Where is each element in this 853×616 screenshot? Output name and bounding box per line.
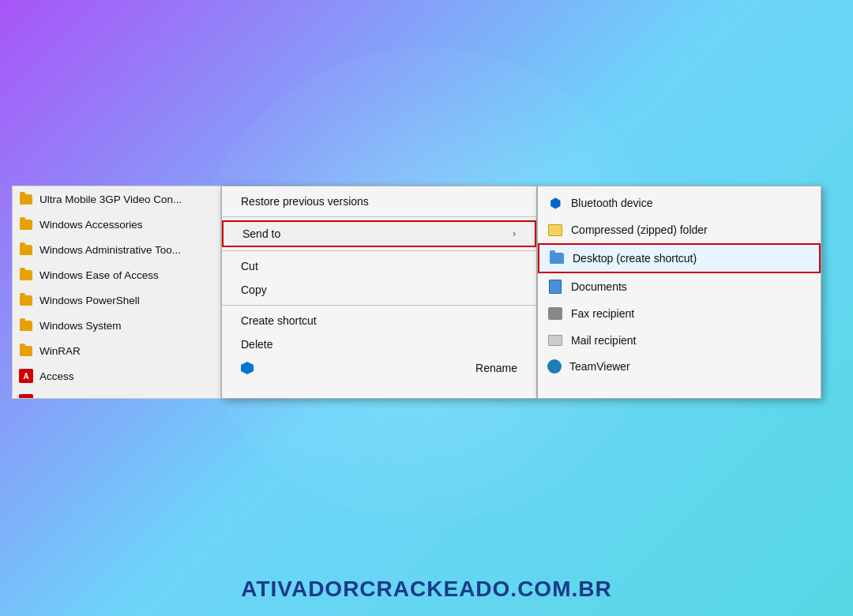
desktop-shortcut-submenu-item[interactable]: Desktop (create shortcut)	[538, 243, 821, 273]
list-item[interactable]: Windows Administrative Too...	[13, 237, 220, 262]
submenu: ⬢ Bluetooth device Compressed (zipped) f…	[537, 186, 821, 399]
desktop-folder-icon	[549, 250, 565, 266]
list-item[interactable]: WinRAR	[13, 338, 220, 363]
list-item[interactable]: Windows Accessories	[13, 212, 220, 237]
app-label: WinRAR	[39, 345, 81, 357]
teamviewer-icon	[547, 359, 562, 374]
fax-icon	[547, 306, 563, 321]
folder-icon	[19, 242, 33, 257]
screenshot-area: Ultra Mobile 3GP Video Con... Windows Ac…	[12, 186, 841, 399]
list-item[interactable]: Windows System	[13, 313, 220, 338]
app-label: Ultra Mobile 3GP Video Con...	[39, 193, 182, 205]
shield-icon	[241, 362, 254, 374]
access-icon: A	[19, 369, 33, 383]
separator	[222, 216, 536, 217]
send-to-menu-item[interactable]: Send to ›	[222, 220, 536, 247]
app-label: Windows Accessories	[39, 219, 143, 231]
restore-previous-versions[interactable]: Restore previous versions	[222, 190, 536, 213]
app-label: Access	[39, 370, 74, 382]
delete-menu-item[interactable]: Delete	[222, 332, 536, 356]
mail-recipient-submenu-item[interactable]: Mail recipient	[538, 327, 821, 354]
folder-icon	[19, 293, 33, 307]
zip-folder-icon	[547, 222, 563, 238]
app-label: Windows Administrative Too...	[39, 244, 181, 256]
folder-icon	[19, 268, 33, 282]
mail-icon	[547, 332, 563, 348]
list-item[interactable]: Ai Adobe Creative Cloud	[13, 389, 220, 399]
separator	[222, 305, 536, 306]
separator	[222, 250, 536, 251]
bluetooth-icon: ⬢	[547, 195, 563, 211]
app-label: Windows PowerShell	[39, 295, 140, 306]
folder-icon	[19, 217, 33, 231]
documents-submenu-item[interactable]: Documents	[538, 273, 821, 300]
adobe-icon: Ai	[19, 394, 33, 399]
app-label: Adobe Creative Cloud	[39, 396, 144, 400]
fax-recipient-submenu-item[interactable]: Fax recipient	[538, 300, 821, 327]
compressed-folder-submenu-item[interactable]: Compressed (zipped) folder	[538, 216, 821, 243]
create-shortcut-menu-item[interactable]: Create shortcut	[222, 309, 536, 332]
documents-icon	[547, 279, 563, 295]
list-item[interactable]: Windows Ease of Access	[13, 262, 220, 287]
folder-icon	[19, 318, 33, 332]
list-item[interactable]: A Access	[13, 363, 220, 389]
context-menu: Restore previous versions Send to › Cut …	[221, 186, 537, 399]
folder-icon	[19, 344, 33, 358]
teamviewer-submenu-item[interactable]: TeamViewer	[538, 354, 821, 379]
app-list: Ultra Mobile 3GP Video Con... Windows Ac…	[12, 186, 221, 399]
app-label: Windows System	[39, 320, 122, 332]
copy-menu-item[interactable]: Copy	[222, 278, 536, 302]
folder-icon	[19, 192, 33, 206]
app-label: Windows Ease of Access	[39, 269, 159, 281]
rename-menu-item[interactable]: Rename	[222, 356, 536, 380]
watermark: ATIVADORCRACKEADO.COM.BR	[241, 577, 611, 602]
bluetooth-submenu-item[interactable]: ⬢ Bluetooth device	[538, 190, 821, 216]
list-item[interactable]: Ultra Mobile 3GP Video Con...	[13, 186, 220, 212]
submenu-arrow-icon: ›	[513, 228, 516, 239]
list-item[interactable]: Windows PowerShell	[13, 287, 220, 313]
cut-menu-item[interactable]: Cut	[222, 254, 536, 278]
